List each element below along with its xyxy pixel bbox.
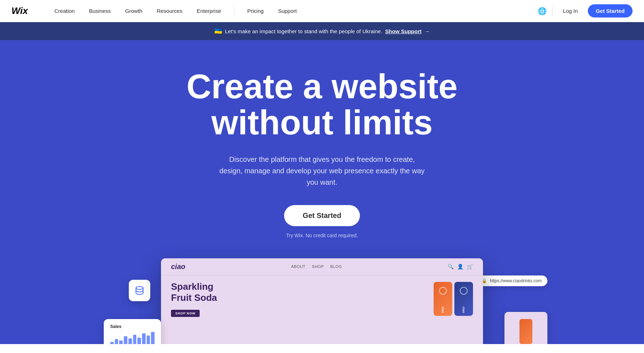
preview-heading-line1: Sparkling: [171, 281, 213, 292]
sales-bar-container: [110, 332, 155, 344]
sales-bar: [128, 338, 132, 344]
preview-cans: ciao ciao: [434, 282, 473, 316]
preview-main-card: ciao ABOUT SHOP BLOG 🔍 👤 🛒 Sparkling: [161, 258, 483, 344]
hero-preview: 🔒 https://www.ciaodrinks.com ciao ABOUT …: [161, 258, 483, 344]
preview-inner-navbar: ciao ABOUT SHOP BLOG 🔍 👤 🛒: [161, 258, 483, 275]
can-orange-decoration: [439, 287, 447, 295]
hero-subtitle: Discover the platform that gives you the…: [218, 154, 426, 188]
sales-bar: [142, 333, 146, 344]
hero-title: Create a website without limits: [186, 69, 458, 141]
svg-point-1: [136, 287, 143, 289]
navbar-right: 🌐 Log In Get Started: [538, 4, 633, 18]
hero-note: Try Wix. No credit card required.: [286, 233, 358, 238]
user-icon: 👤: [457, 264, 463, 269]
nav-item-creation[interactable]: Creation: [49, 5, 80, 17]
url-text: https://www.ciaodrinks.com: [490, 278, 542, 283]
sales-bar: [151, 332, 155, 344]
ukraine-flag: 🇺🇦: [214, 27, 222, 35]
preview-shop-btn: SHOP NOW: [171, 310, 200, 317]
nav-items: Creation Business Growth Resources Enter…: [49, 5, 538, 17]
cart-icon: 🛒: [467, 264, 473, 269]
preview-nav-blog: BLOG: [330, 264, 342, 269]
hero-section: Create a website without limits Discover…: [0, 40, 644, 344]
can-blue-decoration: [460, 287, 468, 295]
preview-nav-about: ABOUT: [291, 264, 305, 269]
sales-bar: [137, 338, 141, 344]
preview-heading-line2: Fruit Soda: [171, 292, 217, 303]
nav-item-resources[interactable]: Resources: [151, 5, 188, 17]
svg-text:Wix: Wix: [11, 5, 29, 15]
show-support-link[interactable]: Show Support: [385, 28, 422, 34]
preview-brand: ciao: [171, 263, 185, 271]
sales-title: Sales: [110, 324, 155, 329]
nav-item-support[interactable]: Support: [272, 5, 303, 17]
globe-icon[interactable]: 🌐: [538, 7, 547, 15]
can-blue-label: ciao: [462, 307, 465, 313]
can-orange-label: ciao: [441, 307, 445, 313]
get-started-nav-button[interactable]: Get Started: [588, 4, 633, 18]
preview-nav-shop: SHOP: [312, 264, 324, 269]
preview-hero-text: Sparkling Fruit Soda SHOP NOW: [171, 281, 426, 317]
sales-card: Sales: [104, 319, 161, 344]
sales-bar: [124, 336, 127, 344]
hero-title-line2: without limits: [211, 103, 433, 141]
ukraine-banner-text: Let's make an impact together to stand w…: [225, 28, 382, 34]
floating-db-icon: [129, 280, 150, 301]
get-started-hero-button[interactable]: Get Started: [284, 205, 360, 226]
nav-divider-right: [552, 6, 553, 16]
sales-bar: [119, 340, 123, 344]
sales-bar: [147, 335, 150, 344]
wix-logo[interactable]: Wix: [11, 5, 34, 17]
nav-item-pricing[interactable]: Pricing: [241, 5, 269, 17]
navbar: Wix Creation Business Growth Resources E…: [0, 0, 644, 22]
nav-item-business[interactable]: Business: [83, 5, 117, 17]
nav-divider: [234, 6, 234, 16]
preview-nav-links: ABOUT SHOP BLOG: [291, 264, 342, 269]
ukraine-arrow: →: [424, 28, 430, 34]
can-blue: ciao: [454, 282, 473, 316]
nav-item-enterprise[interactable]: Enterprise: [191, 5, 227, 17]
hero-title-line1: Create a website: [186, 67, 458, 105]
url-bar: 🔒 https://www.ciaodrinks.com: [476, 275, 547, 286]
ukraine-banner: 🇺🇦 Let's make an impact together to stan…: [0, 22, 644, 40]
can-orange: ciao: [434, 282, 452, 316]
sales-bar: [133, 335, 137, 344]
nav-item-growth[interactable]: Growth: [119, 5, 148, 17]
db-icon-svg: [135, 285, 145, 295]
preview-hero-content: Sparkling Fruit Soda SHOP NOW ciao ciao: [161, 275, 483, 323]
preview-hero-heading: Sparkling Fruit Soda: [171, 281, 426, 303]
wix-logo-svg: Wix: [11, 5, 34, 15]
login-button[interactable]: Log In: [558, 5, 582, 17]
small-preview-card: [504, 312, 547, 344]
preview-icons: 🔍 👤 🛒: [448, 264, 473, 269]
small-can: [519, 319, 532, 344]
sales-bar: [115, 339, 118, 344]
sales-bar: [110, 342, 114, 344]
search-icon: 🔍: [448, 264, 454, 269]
